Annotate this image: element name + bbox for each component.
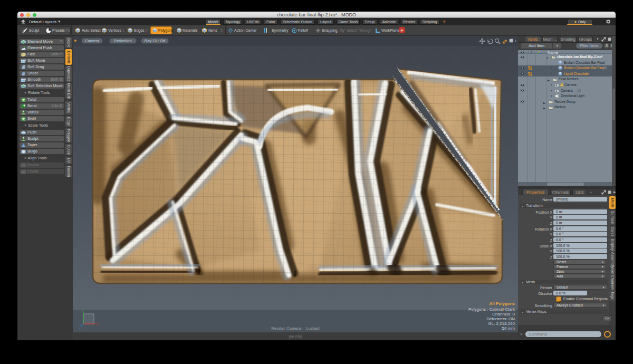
svg-text:Deformers: ON: Deformers: ON [486, 317, 515, 321]
svg-text:Z: Z [79, 326, 81, 329]
svg-text:Polygons : Catmull-Clark: Polygons : Catmull-Clark [468, 307, 515, 312]
svg-text:50 mm: 50 mm [502, 326, 515, 331]
svg-text:Y: Y [82, 309, 84, 312]
svg-text:Render Camera – Locked: Render Camera – Locked [271, 326, 320, 331]
svg-text:Channels: 0: Channels: 0 [492, 312, 515, 317]
svg-text:GL: 2,218,240: GL: 2,218,240 [488, 321, 515, 326]
svg-text:X: X [96, 323, 98, 326]
svg-text:(no info): (no info) [289, 334, 302, 339]
svg-text:All Polygons: All Polygons [490, 301, 515, 306]
